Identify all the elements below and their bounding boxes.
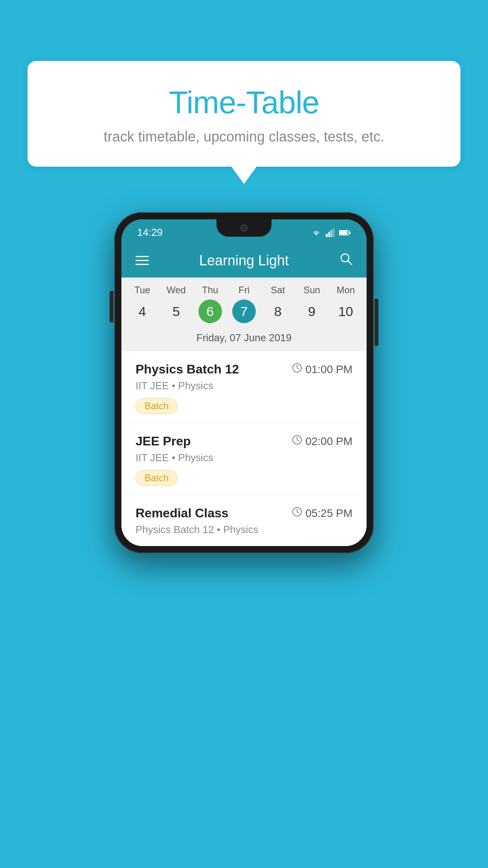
schedule-item-1-title: Physics Batch 12 — [136, 362, 239, 377]
calendar-date-label: Friday, 07 June 2019 — [125, 328, 363, 351]
schedule-item-2-time-text: 02:00 PM — [305, 435, 352, 448]
day-5[interactable]: 5 — [164, 300, 188, 323]
schedule-item-3-title: Remedial Class — [136, 506, 229, 520]
bubble-subtitle: track timetable, upcoming classes, tests… — [47, 129, 441, 145]
speech-bubble-section: Time-Table track timetable, upcoming cla… — [28, 61, 460, 184]
day-numbers: 4 5 6 7 8 9 10 — [125, 300, 363, 323]
svg-rect-5 — [339, 231, 347, 235]
status-bar: 14:29 — [121, 219, 367, 243]
hamburger-line-2 — [136, 260, 149, 261]
day-header-sat: Sat — [261, 285, 295, 296]
wifi-icon — [311, 228, 322, 237]
signal-icon — [326, 228, 335, 237]
day-header-mon: Mon — [329, 285, 363, 296]
svg-rect-3 — [333, 228, 335, 237]
day-header-sun: Sun — [295, 285, 328, 296]
schedule-item-1-badge: Batch — [136, 398, 178, 414]
day-header-wed: Wed — [159, 285, 193, 296]
schedule-item-1-time: 01:00 PM — [292, 363, 352, 376]
day-9[interactable]: 9 — [300, 300, 324, 323]
svg-line-17 — [297, 512, 299, 513]
battery-icon — [339, 230, 351, 236]
schedule-item-2-header: JEE Prep 02:00 PM — [136, 434, 352, 449]
schedule-item-1-header: Physics Batch 12 01:00 PM — [136, 362, 352, 377]
svg-line-11 — [297, 368, 299, 369]
svg-line-8 — [348, 261, 352, 265]
clock-icon-1 — [292, 363, 302, 376]
app-bar: Learning Light — [121, 243, 367, 278]
phone-notch — [216, 219, 272, 237]
schedule-item-3[interactable]: Remedial Class 05:25 PM — [121, 495, 367, 546]
phone-mockup: 14:29 — [114, 212, 374, 553]
schedule-item-2[interactable]: JEE Prep 02:00 PM — [121, 423, 367, 495]
schedule-item-3-time: 05:25 PM — [292, 507, 352, 520]
day-10[interactable]: 10 — [334, 300, 358, 323]
camera-dot — [240, 224, 248, 232]
app-title: Learning Light — [199, 252, 289, 269]
day-7-selected[interactable]: 7 — [232, 300, 256, 323]
day-6-today[interactable]: 6 — [198, 300, 222, 323]
schedule-item-3-header: Remedial Class 05:25 PM — [136, 506, 352, 520]
phone-screen: 14:29 — [121, 219, 367, 546]
schedule-item-2-subtitle: IIT JEE • Physics — [136, 452, 352, 464]
svg-line-14 — [297, 440, 299, 441]
svg-rect-0 — [326, 234, 328, 237]
day-8[interactable]: 8 — [266, 300, 290, 323]
day-4[interactable]: 4 — [130, 300, 154, 323]
hamburger-menu-button[interactable] — [136, 256, 149, 265]
day-header-fri: Fri — [227, 285, 261, 296]
schedule-list: Physics Batch 12 01:00 PM — [121, 351, 367, 546]
day-header-thu: Thu — [193, 285, 227, 296]
schedule-item-3-time-text: 05:25 PM — [305, 507, 352, 520]
clock-icon-3 — [292, 507, 302, 520]
day-headers: Tue Wed Thu Fri Sat Sun Mon — [125, 285, 363, 296]
svg-rect-2 — [330, 230, 332, 237]
schedule-item-1-time-text: 01:00 PM — [305, 363, 352, 376]
status-time: 14:29 — [137, 226, 163, 239]
schedule-item-1-subtitle: IIT JEE • Physics — [136, 380, 352, 392]
speech-bubble-card: Time-Table track timetable, upcoming cla… — [28, 61, 460, 167]
schedule-item-1[interactable]: Physics Batch 12 01:00 PM — [121, 351, 367, 423]
phone-outer-shell: 14:29 — [114, 212, 374, 553]
svg-rect-6 — [349, 232, 350, 234]
day-header-tue: Tue — [125, 285, 159, 296]
bubble-title: Time-Table — [47, 85, 441, 121]
calendar-strip: Tue Wed Thu Fri Sat Sun Mon 4 5 6 7 8 9 … — [121, 278, 367, 351]
svg-rect-1 — [328, 232, 330, 237]
hamburger-line-1 — [136, 256, 149, 257]
hamburger-line-3 — [136, 264, 149, 265]
schedule-item-3-subtitle: Physics Batch 12 • Physics — [136, 524, 352, 536]
schedule-item-2-badge: Batch — [136, 470, 178, 486]
search-icon[interactable] — [339, 252, 352, 269]
schedule-item-2-title: JEE Prep — [136, 434, 191, 449]
status-icons — [311, 228, 351, 237]
schedule-item-2-time: 02:00 PM — [292, 435, 352, 448]
clock-icon-2 — [292, 435, 302, 448]
speech-bubble-tail — [231, 167, 257, 184]
